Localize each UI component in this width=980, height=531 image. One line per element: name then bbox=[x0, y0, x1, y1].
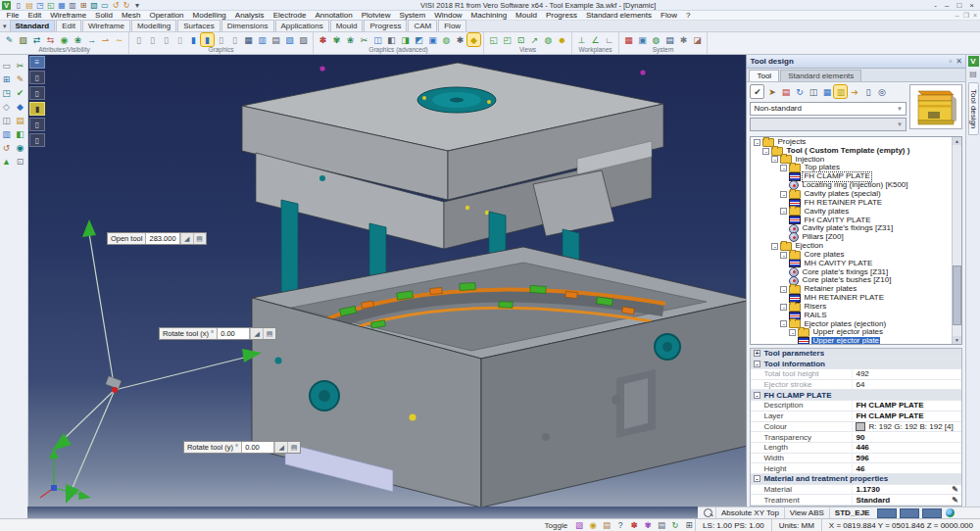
tool-design-side-tab[interactable]: Tool design bbox=[968, 82, 979, 135]
ghost-view-icon[interactable]: ▯ bbox=[173, 33, 186, 46]
workplane-angle-icon[interactable]: ∠ bbox=[589, 33, 602, 46]
grab-tool-icon[interactable]: ➤ bbox=[765, 85, 778, 98]
dual-view-icon[interactable]: ◫ bbox=[371, 33, 384, 46]
toggle-label[interactable]: Toggle bbox=[539, 521, 574, 530]
tab-progress[interactable]: Progress bbox=[364, 20, 407, 31]
section-expander-icon[interactable]: + bbox=[754, 350, 760, 357]
tree-expander-icon[interactable]: - bbox=[780, 191, 787, 198]
layer-block-1[interactable] bbox=[877, 508, 897, 518]
open-tool-field[interactable]: Open tool283.000◢▤ bbox=[107, 232, 207, 245]
prop-section-tool-information[interactable]: -Tool information bbox=[751, 359, 961, 369]
open-folder-icon[interactable]: ▤ bbox=[24, 1, 34, 10]
prop-value[interactable]: 596 bbox=[856, 454, 868, 462]
tab-standard[interactable]: Standard bbox=[10, 20, 56, 31]
snap-grid-icon[interactable]: ▨ bbox=[573, 520, 585, 531]
rotate-tool-y-field[interactable]: Rotate tool (y) °0.00◢▤ bbox=[183, 441, 301, 454]
copy-icon[interactable]: ⊞ bbox=[78, 1, 88, 10]
prop-value[interactable]: Standard bbox=[856, 496, 890, 505]
wireframe-view-icon[interactable]: ▯ bbox=[132, 33, 145, 46]
half-view-icon[interactable]: ◧ bbox=[385, 33, 398, 46]
prop-section-tool-parameters[interactable]: +Tool parameters bbox=[751, 349, 961, 360]
folder-tool-icon[interactable]: ▤ bbox=[14, 114, 26, 126]
confirm-tool-icon[interactable]: ✔ bbox=[750, 84, 764, 99]
panel-dock-icon[interactable]: ▤ bbox=[969, 70, 977, 78]
point-tool-icon[interactable]: ◇ bbox=[0, 100, 13, 113]
child-control-button[interactable]: ❐ bbox=[963, 12, 969, 20]
active-layer[interactable]: STD_EJE bbox=[829, 507, 875, 518]
transparent-view-icon[interactable]: ▯ bbox=[215, 33, 227, 46]
prop-value[interactable]: FH CLAMP PLATE bbox=[856, 411, 923, 420]
trim-tool-icon[interactable]: ✂ bbox=[14, 59, 26, 72]
grid-snap-icon[interactable]: ⊞ bbox=[0, 72, 13, 85]
circle-tool-icon[interactable]: ◉ bbox=[14, 141, 26, 154]
screenshot-icon[interactable]: ▣ bbox=[636, 33, 649, 46]
close-button[interactable]: × bbox=[969, 1, 974, 10]
save-all-icon[interactable]: ▥ bbox=[68, 1, 77, 10]
prop-value[interactable]: FH CLAMP PLATE bbox=[856, 401, 923, 410]
pin-icon[interactable]: ▫ bbox=[949, 57, 952, 66]
project-tool-icon[interactable]: ◳ bbox=[0, 86, 13, 99]
panel-tab-standard-elements[interactable]: Standard elements bbox=[780, 70, 861, 81]
tab-dimensions[interactable]: Dimensions bbox=[221, 20, 274, 31]
tab-wireframe[interactable]: Wireframe bbox=[82, 20, 130, 31]
section-expander-icon[interactable]: - bbox=[754, 392, 760, 399]
menu-annotation[interactable]: Annotation bbox=[311, 11, 357, 20]
layer-slot-3-button[interactable]: ▮ bbox=[29, 102, 45, 116]
open-tool-measure-icon[interactable]: ◢ bbox=[180, 233, 193, 244]
menu-item[interactable]: ? bbox=[681, 11, 694, 20]
layer-slot-1-button[interactable]: ▯ bbox=[29, 71, 45, 84]
menu-edit[interactable]: Edit bbox=[24, 11, 46, 20]
close-icon[interactable]: ✕ bbox=[956, 57, 962, 66]
snap-point-icon[interactable]: ◉ bbox=[587, 520, 599, 531]
undo-icon[interactable]: ↺ bbox=[111, 1, 121, 10]
spotlight-icon[interactable]: ◉ bbox=[58, 33, 71, 46]
edit-icon[interactable]: ✎ bbox=[952, 485, 961, 494]
iso-clip-icon[interactable]: ◩ bbox=[413, 33, 425, 46]
sphere-clip-icon[interactable]: ◍ bbox=[440, 33, 453, 46]
canvas-menu-icon[interactable]: ≡ bbox=[29, 56, 45, 69]
snap-center-icon[interactable]: ✾ bbox=[642, 520, 654, 531]
rotate-tool-x-value[interactable]: 0.00 bbox=[217, 328, 250, 339]
section-expander-icon[interactable]: - bbox=[754, 361, 760, 367]
workplane-mode[interactable]: Absolute XY Top bbox=[715, 507, 784, 518]
tab-modelling[interactable]: Modelling bbox=[131, 20, 176, 31]
view-sphere-icon[interactable]: ◍ bbox=[542, 33, 555, 46]
rotate-tool-y-value[interactable]: 0.00 bbox=[241, 442, 274, 453]
clip-plane-icon[interactable]: ▥ bbox=[256, 33, 269, 46]
shade-mode-icon[interactable]: ❀ bbox=[72, 33, 84, 46]
globe-icon[interactable] bbox=[946, 508, 955, 517]
rotate-tool-x-measure-icon[interactable]: ◢ bbox=[250, 328, 263, 339]
search-icon[interactable] bbox=[704, 508, 712, 517]
new-doc-icon[interactable]: ▯ bbox=[14, 1, 24, 10]
tree-expander-icon[interactable]: - bbox=[754, 139, 760, 146]
tree-expander-icon[interactable]: - bbox=[771, 243, 778, 250]
tree-expander-icon[interactable]: - bbox=[780, 165, 787, 171]
tree-expander-icon[interactable]: - bbox=[762, 148, 769, 155]
menu-electrode[interactable]: Electrode bbox=[269, 11, 311, 20]
texture-view-icon[interactable]: ▧ bbox=[283, 33, 296, 46]
visibility-filter-icon[interactable]: ▧ bbox=[17, 33, 29, 46]
refresh-tool-icon[interactable]: ↻ bbox=[793, 85, 806, 98]
render-view-icon[interactable]: ▮ bbox=[187, 33, 200, 46]
prop-row-material[interactable]: Material1.1730✎ bbox=[751, 485, 961, 496]
menu-file[interactable]: File bbox=[2, 11, 24, 20]
section-expander-icon[interactable]: - bbox=[754, 475, 760, 482]
workplane-normal-icon[interactable]: ⊥ bbox=[575, 33, 588, 46]
sketch-tool-icon[interactable]: ✎ bbox=[14, 72, 26, 85]
layer-block-3[interactable] bbox=[922, 508, 942, 518]
child-control-button[interactable]: – bbox=[956, 12, 959, 20]
view-mode[interactable]: View ABS bbox=[784, 507, 829, 518]
tab-dropdown-icon[interactable]: ▾ bbox=[2, 23, 10, 31]
workplane-corner-icon[interactable]: ∟ bbox=[603, 33, 615, 46]
swap-visibility-icon[interactable]: ⇄ bbox=[30, 33, 43, 46]
snap-intersect-icon[interactable]: ✽ bbox=[628, 520, 640, 531]
menu-solid[interactable]: Solid bbox=[91, 11, 118, 20]
key-tool-icon[interactable]: ➔ bbox=[848, 85, 860, 98]
tree-item-injection[interactable]: -Injection bbox=[751, 155, 953, 164]
bloom-view-icon[interactable]: ❀ bbox=[344, 33, 357, 46]
tree-item-cavity-plate-s-fixings-z31[interactable]: Cavity plate's fixings [Z31] bbox=[751, 224, 953, 233]
menu-system[interactable]: System bbox=[395, 11, 430, 20]
search-tool-icon[interactable]: ◎ bbox=[875, 85, 888, 98]
box-dropdown-icon[interactable]: ◫ bbox=[807, 85, 819, 98]
view-rotate-icon[interactable]: ↗ bbox=[528, 33, 541, 46]
